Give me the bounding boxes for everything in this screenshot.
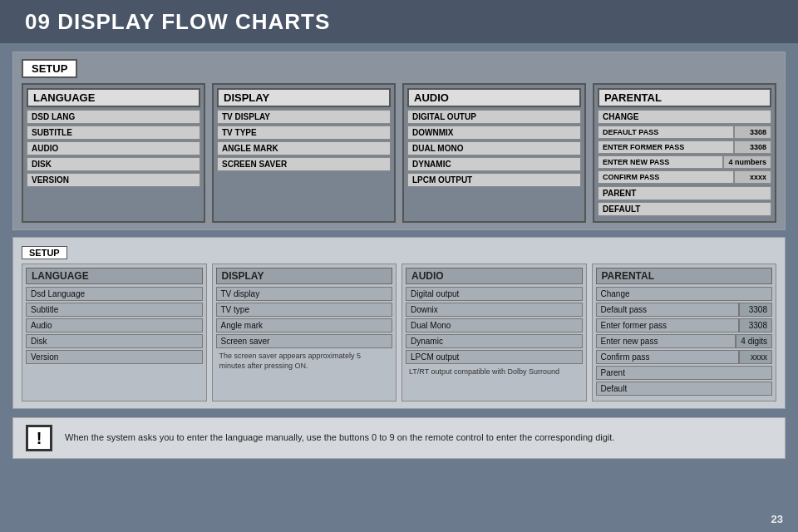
lower-lang-item-3: Audio [26,318,203,332]
lower-former-pass-value: 3308 [739,318,772,332]
lower-parent-item: Parent [596,366,773,380]
lower-parental-header: PARENTAL [596,268,773,284]
upper-parental-row-1: DEFAULT PASS 3308 [598,126,771,139]
lower-columns-row: LANGUAGE Dsd Language Subtitle Audio Dis… [22,264,776,401]
lower-parental-row-4: Confirm pass xxxx [596,350,773,364]
upper-audio-item-4: DYNAMIC [407,157,581,171]
upper-disp-item-3: ANGLE MARK [217,141,391,155]
upper-display-header: DISPLAY [217,88,391,107]
lower-confirm-pass-value: xxxx [739,350,772,364]
upper-display-col: DISPLAY TV DISPLAY TV TYPE ANGLE MARK SC… [212,83,396,223]
page-header: 09 DISPLAY FLOW CHARTS [0,0,798,43]
lower-audio-item-1: Digital output [406,287,583,301]
upper-lang-item-2: SUBTITLE [27,126,200,140]
lower-new-pass-value: 4 digits [736,334,772,348]
upper-parental-row-2: ENTER FORMER PASS 3308 [598,140,771,154]
lower-language-col: LANGUAGE Dsd Language Subtitle Audio Dis… [22,264,207,401]
lower-audio-item-5: LPCM output [406,350,583,364]
lower-default-pass-label: Default pass [596,303,740,317]
lower-parental-row-2: Enter former pass 3308 [596,318,773,332]
lower-default-item: Default [596,382,773,396]
lower-parental-row-1: Default pass 3308 [596,303,773,317]
upper-language-col: LANGUAGE DSD LANG SUBTITLE AUDIO DISK VE… [22,83,205,223]
upper-new-pass-label: ENTER NEW PASS [598,155,723,169]
upper-confirm-pass-value: xxxx [734,170,771,184]
upper-audio-item-1: DIGITAL OUTUP [407,110,581,124]
upper-disp-item-1: TV DISPLAY [217,110,391,124]
upper-former-pass-value: 3308 [734,140,771,154]
upper-audio-item-2: DOWNMIX [407,126,581,140]
upper-parental-col: PARENTAL CHANGE DEFAULT PASS 3308 ENTER … [593,83,776,223]
lower-parental-col: PARENTAL Change Default pass 3308 Enter … [592,264,777,401]
upper-new-pass-value: 4 numbers [723,155,771,169]
upper-parent-item: PARENT [598,186,771,200]
lower-audio-item-2: Downix [406,303,583,317]
upper-former-pass-label: ENTER FORMER PASS [598,140,734,154]
lower-audio-header: AUDIO [406,268,583,284]
page-title: 09 DISPLAY FLOW CHARTS [25,9,330,35]
lower-lang-item-4: Disk [26,334,203,348]
upper-audio-item-5: LPCM OUTPUT [407,173,581,187]
notice-text: When the system asks you to enter the la… [65,431,614,444]
lower-audio-col: AUDIO Digital output Downix Dual Mono Dy… [401,264,587,401]
upper-audio-item-3: DUAL MONO [407,141,581,155]
upper-disp-item-2: TV TYPE [217,126,391,140]
notice-icon: ! [26,425,52,451]
page-number: 23 [771,513,783,525]
lower-disp-item-3: Angle mark [216,318,393,332]
lower-section: SETUP LANGUAGE Dsd Language Subtitle Aud… [12,237,786,409]
lower-confirm-pass-label: Confirm pass [596,350,740,364]
upper-default-pass-value: 3308 [734,126,771,139]
upper-lang-item-5: VERSION [27,173,200,187]
upper-parental-row-3: ENTER NEW PASS 4 numbers [598,155,771,169]
upper-confirm-pass-label: CONFIRM PASS [598,170,734,184]
lower-lang-item-2: Subtitle [26,303,203,317]
upper-section: SETUP LANGUAGE DSD LANG SUBTITLE AUDIO D… [12,52,786,230]
upper-columns-row: LANGUAGE DSD LANG SUBTITLE AUDIO DISK VE… [22,83,776,223]
lower-setup-label: SETUP [22,246,67,259]
lower-former-pass-label: Enter former pass [596,318,740,332]
upper-default-item: DEFAULT [598,202,771,216]
lower-new-pass-label: Enter new pass [596,334,736,348]
lower-audio-item-4: Dynamic [406,334,583,348]
upper-audio-header: AUDIO [407,88,581,107]
lower-display-header: DISPLAY [216,268,393,284]
bottom-notice: ! When the system asks you to enter the … [12,417,786,459]
notice-icon-text: ! [37,429,42,448]
lower-disp-item-2: TV type [216,303,393,317]
upper-parental-row-4: CONFIRM PASS xxxx [598,170,771,184]
content-area: SETUP LANGUAGE DSD LANG SUBTITLE AUDIO D… [0,43,798,467]
lower-lang-item-5: Version [26,350,203,364]
upper-audio-col: AUDIO DIGITAL OUTUP DOWNMIX DUAL MONO DY… [402,83,586,223]
lower-display-col: DISPLAY TV display TV type Angle mark Sc… [212,264,397,401]
upper-parental-header: PARENTAL [598,88,771,107]
lower-lang-item-1: Dsd Language [26,287,203,301]
upper-setup-label: SETUP [22,59,77,78]
lower-disp-item-1: TV display [216,287,393,301]
lower-audio-item-3: Dual Mono [406,318,583,332]
upper-lang-item-4: DISK [27,157,200,171]
upper-default-pass-label: DEFAULT PASS [598,126,734,139]
lower-audio-note: LT/RT output compatible with Dolby Surro… [406,366,583,379]
lower-parental-change: Change [596,287,773,301]
upper-parental-change: CHANGE [598,110,771,124]
upper-lang-item-1: DSD LANG [27,110,200,124]
lower-disp-note: The screen saver appears approximately 5… [216,350,393,372]
upper-disp-item-4: SCREEN SAVER [217,157,391,171]
lower-default-pass-value: 3308 [739,303,772,317]
upper-language-header: LANGUAGE [27,88,200,107]
lower-disp-item-4: Screen saver [216,334,393,348]
upper-lang-item-3: AUDIO [27,141,200,155]
lower-parental-row-3: Enter new pass 4 digits [596,334,773,348]
lower-language-header: LANGUAGE [26,268,203,284]
